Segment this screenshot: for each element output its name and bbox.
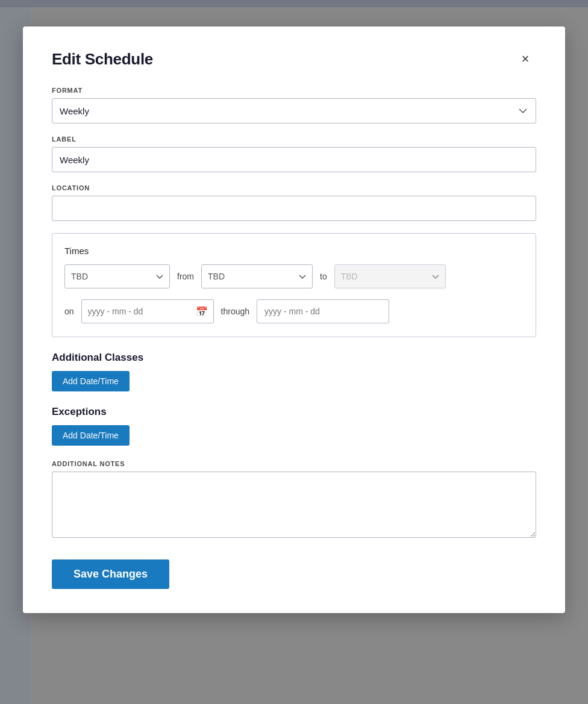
additional-notes-textarea[interactable] [52, 472, 536, 538]
through-label: through [221, 307, 249, 316]
location-field-group: LOCATION [52, 184, 536, 221]
end-date-input[interactable] [257, 299, 389, 323]
label-field-group: LABEL [52, 136, 536, 172]
format-select[interactable]: Weekly Daily Monthly One-time [52, 98, 536, 123]
additional-classes-title: Additional Classes [52, 352, 536, 364]
additional-notes-label: ADDITIONAL NOTES [52, 460, 536, 467]
location-label: LOCATION [52, 184, 536, 192]
times-row-2: on 📅 through [64, 299, 524, 323]
start-date-input[interactable] [81, 299, 214, 323]
to-time-select[interactable]: TBD [334, 264, 446, 288]
format-field-group: FORMAT Weekly Daily Monthly One-time [52, 87, 536, 123]
start-date-wrapper: 📅 [81, 299, 214, 323]
location-input[interactable] [52, 196, 536, 221]
label-input[interactable] [52, 147, 536, 172]
exceptions-title: Exceptions [52, 406, 536, 418]
add-exception-button[interactable]: Add Date/Time [52, 425, 130, 446]
from-label: from [177, 272, 194, 281]
edit-schedule-modal: Edit Schedule × FORMAT Weekly Daily Mont… [23, 26, 565, 613]
to-label: to [320, 272, 327, 281]
times-section-label: Times [64, 246, 524, 256]
close-icon: × [522, 51, 530, 67]
from-time-select[interactable]: TBD 8:00 AM 9:00 AM 10:00 AM [201, 264, 313, 288]
exceptions-section: Exceptions Add Date/Time [52, 406, 536, 446]
format-label: FORMAT [52, 87, 536, 94]
times-row-1: TBD 8:00 AM 9:00 AM 10:00 AM from TBD 8:… [64, 264, 524, 288]
close-button[interactable]: × [514, 48, 536, 70]
modal-header: Edit Schedule × [52, 48, 536, 70]
additional-notes-group: ADDITIONAL NOTES [52, 460, 536, 540]
additional-classes-section: Additional Classes Add Date/Time [52, 352, 536, 391]
start-time-select[interactable]: TBD 8:00 AM 9:00 AM 10:00 AM [64, 264, 170, 288]
save-changes-button[interactable]: Save Changes [52, 559, 169, 589]
modal-title: Edit Schedule [52, 50, 153, 69]
on-label: on [64, 307, 74, 316]
label-label: LABEL [52, 136, 536, 143]
add-additional-class-button[interactable]: Add Date/Time [52, 371, 130, 391]
times-box: Times TBD 8:00 AM 9:00 AM 10:00 AM from … [52, 233, 536, 337]
